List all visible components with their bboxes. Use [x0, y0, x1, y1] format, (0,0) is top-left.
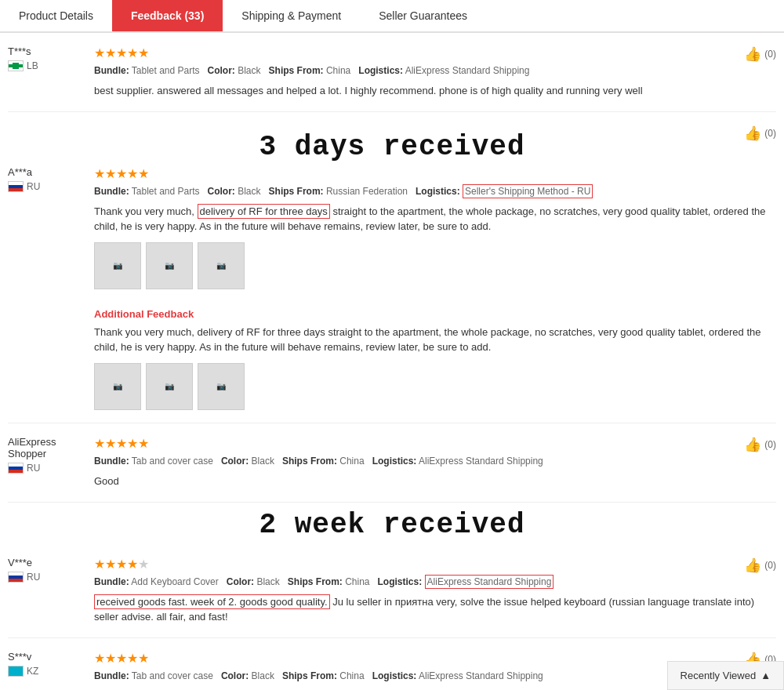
thumb-icon: 👍 — [744, 45, 761, 63]
country-code: RU — [27, 463, 40, 474]
country-code: LB — [27, 60, 38, 71]
star-rating: ★★★★★ — [94, 557, 776, 572]
review-content: ★★★★★ Bundle: Tablet and Parts Color: Bl… — [94, 45, 776, 99]
review-text: Thank you very much, delivery of RF for … — [94, 204, 776, 234]
additional-images: 📷 📷 📷 — [94, 363, 776, 410]
review-content: ★★★★★ Bundle: Tablet and Parts Color: Bl… — [94, 166, 776, 410]
recently-viewed-icon: ▲ — [760, 670, 771, 681]
review-item: S***v KZ ★★★★★ Bundle: Tab and cover cas… — [8, 638, 776, 690]
country-code: RU — [27, 181, 40, 192]
thumb-icon: 👍 — [744, 436, 761, 453]
review-images: 📷 📷 📷 — [94, 242, 776, 289]
review-text: best supplier. answered all messages and… — [94, 83, 776, 99]
thumb-icon: 👍 — [744, 557, 761, 574]
star-rating: ★★★★★ — [94, 166, 776, 181]
tab-feedback[interactable]: Feedback (33) — [112, 0, 223, 31]
reviewer-info: V***e RU — [8, 557, 94, 583]
review-text: Good — [94, 474, 776, 489]
reviewer-name: A***a — [8, 166, 94, 178]
review-content: ★★★★★ Bundle: Tab and cover case Color: … — [94, 436, 776, 489]
flag-icon — [8, 666, 24, 677]
like-count: (0) — [764, 560, 776, 571]
like-count: (0) — [764, 49, 776, 60]
like-count: (0) — [764, 128, 776, 139]
flag-icon — [8, 60, 24, 71]
review-item: T***s LB ★★★★★ Bundle: Tablet and Parts … — [8, 33, 776, 112]
additional-title: Additional Feedback — [94, 308, 776, 320]
tab-shipping[interactable]: Shipping & Payment — [223, 0, 360, 31]
review-item: 3 days received A***a RU ★★★★★ Bundle: T… — [8, 112, 776, 423]
review-content: ★★★★★ Bundle: Add Keyboard Cover Color: … — [94, 557, 776, 625]
reviewer-name: AliExpress Shopper — [8, 436, 94, 459]
logistics-highlight: AliExpress Standard Shipping — [425, 575, 554, 589]
thumb-icon: 👍 — [744, 125, 761, 142]
star-rating: ★★★★★ — [94, 45, 776, 60]
country-code: KZ — [27, 666, 38, 677]
review-meta: Bundle: Tablet and Parts Color: Black Sh… — [94, 64, 776, 78]
like-button[interactable]: 👍 (0) — [744, 125, 776, 142]
review-meta: Bundle: Tablet and Parts Color: Black Sh… — [94, 184, 776, 199]
like-button[interactable]: 👍 (0) — [744, 45, 776, 63]
tab-seller[interactable]: Seller Guarantees — [360, 0, 486, 31]
additional-image[interactable]: 📷 — [146, 363, 193, 410]
reviewer-country: RU — [8, 463, 94, 474]
text-highlight: delivery of RF for three days — [198, 204, 330, 219]
tab-product-details[interactable]: Product Details — [0, 0, 112, 31]
country-code: RU — [27, 572, 40, 583]
additional-image[interactable]: 📷 — [198, 363, 245, 410]
review-item: AliExpress Shopper RU ★★★★★ Bundle: Tab … — [8, 423, 776, 503]
reviewer-country: LB — [8, 60, 94, 71]
recently-viewed-label: Recently Viewed — [681, 670, 757, 681]
reviewer-country: RU — [8, 572, 94, 583]
reviewer-info: T***s LB — [8, 45, 94, 71]
review-image[interactable]: 📷 — [198, 242, 245, 289]
review-meta: Bundle: Tab and cover case Color: Black … — [94, 454, 776, 469]
reviewer-country: KZ — [8, 666, 94, 677]
review-image[interactable]: 📷 — [94, 242, 141, 289]
star-rating: ★★★★★ — [94, 436, 776, 451]
reviewer-name: S***v — [8, 651, 94, 663]
review-item: V***e RU ★★★★★ Bundle: Add Keyboard Cove… — [8, 544, 776, 638]
additional-feedback: Additional Feedback Thank you very much,… — [94, 300, 776, 410]
review-image[interactable]: 📷 — [146, 242, 193, 289]
like-count: (0) — [764, 439, 776, 450]
additional-image[interactable]: 📷 — [94, 363, 141, 410]
like-button[interactable]: 👍 (0) — [744, 557, 776, 574]
reviews-list: T***s LB ★★★★★ Bundle: Tablet and Parts … — [0, 33, 784, 690]
text-prefix: Thank you very much, — [94, 205, 198, 217]
reviewer-info: S***v KZ — [8, 651, 94, 677]
reviewer-name: V***e — [8, 557, 94, 568]
reviewer-info: A***a RU — [8, 166, 94, 192]
reviewer-name: T***s — [8, 45, 94, 57]
annotation-text: 3 days received — [8, 131, 776, 163]
additional-text: Thank you very much, delivery of RF for … — [94, 325, 776, 355]
recently-viewed-bar[interactable]: Recently Viewed ▲ — [667, 661, 784, 690]
text-highlight: received goods fast. week of 2. goods go… — [94, 594, 330, 609]
reviewer-info: AliExpress Shopper RU — [8, 436, 94, 474]
tab-bar: Product Details Feedback (33) Shipping &… — [0, 0, 784, 33]
flag-icon — [8, 572, 24, 583]
logistics-highlight: Seller's Shipping Method - RU — [463, 184, 593, 198]
like-button[interactable]: 👍 (0) — [744, 436, 776, 453]
flag-icon — [8, 463, 24, 474]
annotation-text-2week: 2 week received — [8, 509, 776, 541]
flag-icon — [8, 181, 24, 192]
reviewer-country: RU — [8, 181, 94, 192]
review-text: received goods fast. week of 2. goods go… — [94, 594, 776, 625]
review-meta: Bundle: Add Keyboard Cover Color: Black … — [94, 575, 776, 590]
